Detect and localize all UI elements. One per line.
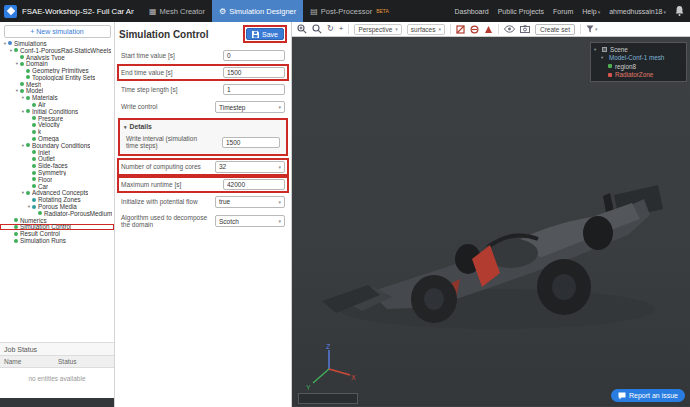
field-row-end-time-value-s: End time value [s] (117, 64, 289, 81)
status-dot-icon (38, 211, 42, 215)
scene-part-radiatorzone[interactable]: RadiatorZone (594, 71, 683, 80)
field-label: Write interval (simulation time steps) (126, 135, 206, 150)
tree-item-initial-conditions[interactable]: ▾Initial Conditions (0, 108, 114, 115)
eye-icon[interactable] (504, 25, 515, 33)
tree-item-mesh[interactable]: Mesh (0, 81, 114, 88)
field-rows-top: Start time value [s]End time value [s]Ti… (115, 47, 291, 116)
field-label: Maximum runtime [s] (121, 181, 213, 188)
tree-item-omega[interactable]: Omega (0, 135, 114, 142)
username: ahmedhussain18 (609, 8, 662, 15)
field-label: Initialize with potential flow (121, 198, 213, 205)
tree-item-geometry-primitives[interactable]: Geometry Primitives (0, 67, 114, 74)
tree-item-k[interactable]: k (0, 128, 114, 135)
tree-item-radiator-porousmedium[interactable]: Radiator-PorousMedium (0, 210, 114, 217)
tree-item-model[interactable]: ▾Model (0, 88, 114, 95)
select-number-of-computing-cores[interactable]: 32▾ (215, 161, 285, 173)
tree-item-boundary-conditions[interactable]: ▾Boundary Conditions (0, 142, 114, 149)
tree-item-conf-1-porousrad-staticwheels[interactable]: ▾Conf-1-PorousRad-StaticWheels (0, 47, 114, 54)
tree-item-label: Mesh (26, 81, 41, 88)
tab-mesh-creator[interactable]: ▦ Mesh Creator (142, 0, 212, 22)
select-algorithm-used-to-decompose-the-domain[interactable]: Scotch▾ (215, 215, 285, 227)
save-button[interactable]: Save (246, 28, 284, 40)
input-maximum-runtime-s[interactable] (223, 179, 285, 190)
input-write-interval-simulation-time-steps[interactable] (222, 137, 280, 148)
center-model-icon[interactable]: + (339, 25, 344, 33)
tree-item-rotating-zones[interactable]: Rotating Zones (0, 196, 114, 203)
link-dashboard[interactable]: Dashboard (454, 8, 488, 15)
user-menu[interactable]: ahmedhussain18▾ (609, 8, 666, 15)
tree-item-advanced-concepts[interactable]: ▾Advanced Concepts (0, 190, 114, 197)
clip-plane-icon[interactable] (456, 25, 465, 34)
axis-triad[interactable]: Z Y X (304, 342, 356, 392)
tree-item-side-faces[interactable]: Side-faces (0, 162, 114, 169)
tab-post-processor[interactable]: ▤ Post-Processor BETA (303, 0, 396, 22)
tree-item-topological-entity-sets[interactable]: Topological Entity Sets (0, 74, 114, 81)
input-end-time-value-s[interactable] (223, 67, 285, 78)
field-label: End time value [s] (121, 69, 213, 76)
tree-item-numerics[interactable]: Numerics (0, 217, 114, 224)
probe-point-icon[interactable] (484, 25, 493, 34)
field-row-start-time-value-s: Start time value [s] (117, 47, 289, 64)
zoom-extents-icon[interactable] (312, 24, 322, 34)
reset-camera-icon[interactable]: ↻ (327, 25, 334, 33)
chart-icon: ▤ (310, 7, 318, 16)
render-mode-select[interactable]: surfaces ▾ (407, 24, 445, 35)
tree-item-simulation-runs[interactable]: Simulation Runs (0, 237, 114, 244)
zoom-window-icon[interactable] (297, 24, 307, 34)
tab-simulation-designer[interactable]: ⚙ Simulation Designer (212, 0, 303, 22)
filter-icon[interactable]: ▾ (586, 25, 598, 33)
viewport-note-input[interactable] (298, 393, 358, 404)
expand-arrow-icon: ▾ (601, 55, 606, 60)
job-status-empty-text: no entities available (0, 368, 114, 398)
details-toggle[interactable]: ▾ Details (120, 121, 286, 132)
hide-part-icon[interactable] (470, 25, 479, 34)
scene-part-region8[interactable]: region8 (594, 62, 683, 71)
projection-select[interactable]: Perspective ▾ (354, 24, 401, 35)
link-help[interactable]: Help▾ (582, 8, 600, 15)
status-dot-icon (26, 75, 30, 79)
status-dot-icon (8, 41, 12, 45)
status-dot-icon (20, 55, 24, 59)
tree-item-label: Rotating Zones (38, 196, 81, 203)
toolbar-divider (450, 24, 451, 34)
status-dot-icon (14, 232, 18, 236)
report-issue-button[interactable]: Report an issue (611, 389, 685, 402)
field-row-number-of-computing-cores: Number of computing cores32▾ (117, 158, 289, 176)
status-dot-icon (32, 205, 36, 209)
scene-mesh[interactable]: ▾ Model-Conf-1 mesh (594, 54, 683, 63)
input-start-time-value-s[interactable] (223, 50, 285, 61)
create-set-button[interactable]: Create set (535, 24, 575, 35)
tree-item-domain[interactable]: ▾Domain (0, 60, 114, 67)
tree-item-simulations[interactable]: ▾Simulations (0, 40, 114, 47)
tree-item-inlet[interactable]: Inlet (0, 149, 114, 156)
tree-item-result-control[interactable]: Result Control (0, 230, 114, 237)
select-initialize-with-potential-flow[interactable]: true▾ (215, 196, 285, 208)
scene-tree-overlay: ▾ Scene ▾ Model-Conf-1 mesh region8Radia… (590, 42, 687, 82)
new-simulation-button[interactable]: + New simulation (4, 25, 111, 38)
input-time-step-length-s[interactable] (223, 84, 285, 95)
tree-item-materials[interactable]: ▾Materials (0, 94, 114, 101)
chevron-down-icon: ▾ (438, 26, 441, 32)
select-write-control[interactable]: Timestep▾ (215, 101, 285, 113)
tree-item-velocity[interactable]: Velocity (0, 122, 114, 129)
tree-item-car[interactable]: Car (0, 183, 114, 190)
tree-item-floor[interactable]: Floor (0, 176, 114, 183)
app-logo-icon[interactable] (4, 5, 17, 18)
notifications-bell-icon[interactable] (675, 6, 684, 17)
link-forum[interactable]: Forum (553, 8, 573, 15)
part-color-icon (608, 73, 612, 77)
tree-item-label: Conf-1-PorousRad-StaticWheels (20, 47, 111, 54)
link-public-projects[interactable]: Public Projects (498, 8, 544, 15)
tree-item-air[interactable]: Air (0, 101, 114, 108)
viewport-canvas[interactable]: ▾ Scene ▾ Model-Conf-1 mesh region8Radia… (292, 37, 690, 406)
status-dot-icon (32, 157, 36, 161)
tree-item-pressure[interactable]: Pressure (0, 115, 114, 122)
tree-item-outlet[interactable]: Outlet (0, 156, 114, 163)
tree-item-analysis-type[interactable]: Analysis Type (0, 54, 114, 61)
screenshot-icon[interactable] (520, 25, 530, 33)
tree-item-porous-media[interactable]: ▾Porous Media (0, 203, 114, 210)
chevron-down-icon: ▾ (278, 164, 281, 170)
tree-item-simulation-control[interactable]: Simulation Control (0, 224, 114, 231)
scene-root[interactable]: ▾ Scene (594, 45, 683, 54)
tree-item-symmetry[interactable]: Symmetry (0, 169, 114, 176)
